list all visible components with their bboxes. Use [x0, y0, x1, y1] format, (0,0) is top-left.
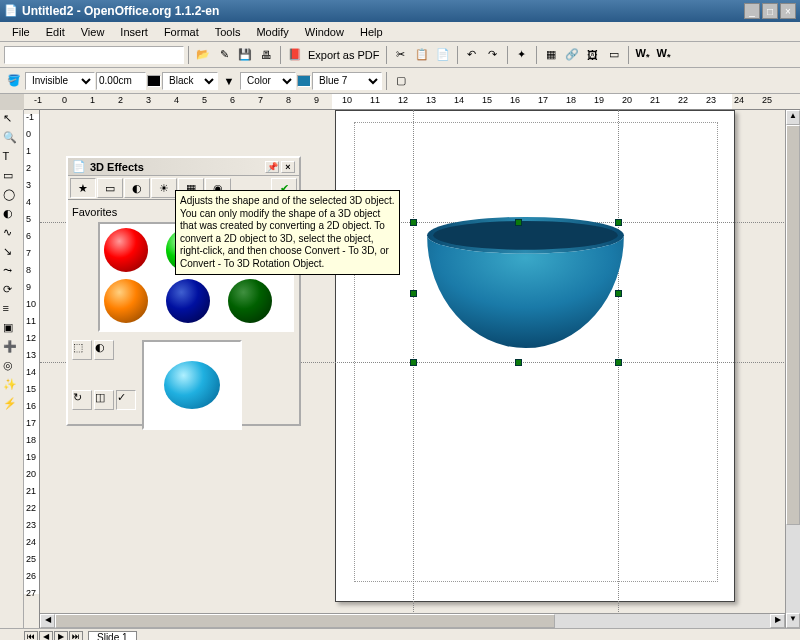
panel-close-button[interactable]: ×: [281, 161, 295, 173]
favorite-orange-icon[interactable]: [104, 279, 148, 323]
last-slide-button[interactable]: ⏭: [69, 631, 83, 641]
rotate-icon[interactable]: ⟳: [3, 283, 21, 301]
favorite-red-icon[interactable]: [104, 228, 148, 272]
ruler-v-tick: 23: [26, 520, 36, 530]
ruler-v-tick: 8: [26, 265, 31, 275]
convert-3d-button[interactable]: ⬚: [72, 340, 92, 360]
panel-pin-button[interactable]: 📌: [265, 161, 279, 173]
open-icon[interactable]: 📂: [193, 45, 213, 65]
menu-tools[interactable]: Tools: [207, 24, 249, 40]
tab-geometry-icon[interactable]: ▭: [97, 178, 123, 198]
menu-window[interactable]: Window: [297, 24, 352, 40]
favorite-dark-green-icon[interactable]: [228, 279, 272, 323]
edit-file-icon[interactable]: ✎: [214, 45, 234, 65]
tab-favorites-icon[interactable]: ★: [70, 178, 96, 198]
align-icon[interactable]: ≡: [3, 302, 21, 320]
tab-illumination-icon[interactable]: ☀: [151, 178, 177, 198]
grid-icon[interactable]: ▦: [541, 45, 561, 65]
3d-object-icon[interactable]: ◐: [3, 207, 21, 225]
line-color-swatch[interactable]: [147, 75, 161, 87]
save-icon[interactable]: 💾: [235, 45, 255, 65]
menu-file[interactable]: File: [4, 24, 38, 40]
menu-edit[interactable]: Edit: [38, 24, 73, 40]
drawing-canvas[interactable]: 📄 3D Effects 📌 × ★ ▭ ◐ ☀ ▦ ◉ ✔ Favorites: [40, 110, 800, 628]
hyperlink-icon[interactable]: 🔗: [562, 45, 582, 65]
export-pdf-button[interactable]: Export as PDF: [306, 49, 382, 61]
fill-color-swatch[interactable]: [297, 75, 311, 87]
line-style-combo[interactable]: Invisible: [25, 72, 95, 90]
handle-br[interactable]: [615, 359, 622, 366]
3d-controller-icon[interactable]: ◎: [3, 359, 21, 377]
handle-bm[interactable]: [515, 359, 522, 366]
horizontal-scrollbar[interactable]: ◀ ▶: [40, 613, 785, 628]
text-icon[interactable]: T: [3, 150, 21, 168]
navigator-icon[interactable]: ✦: [512, 45, 532, 65]
close-button[interactable]: ×: [780, 3, 796, 19]
fill-dropdown-icon[interactable]: ▼: [219, 71, 239, 91]
minimize-button[interactable]: _: [744, 3, 760, 19]
preview-pane: [142, 340, 242, 430]
bold-w2-icon[interactable]: W*: [654, 45, 674, 65]
menu-view[interactable]: View: [73, 24, 113, 40]
paintcan-icon[interactable]: 🪣: [4, 71, 24, 91]
handle-ml[interactable]: [410, 290, 417, 297]
menu-bar: File Edit View Insert Format Tools Modif…: [0, 22, 800, 42]
first-slide-button[interactable]: ⏮: [24, 631, 38, 641]
url-combo[interactable]: [4, 46, 184, 64]
interaction-icon[interactable]: ⚡: [3, 397, 21, 415]
perspective-button[interactable]: ◫: [94, 390, 114, 410]
prev-slide-button[interactable]: ◀: [39, 631, 53, 641]
favorite-dark-blue-icon[interactable]: [166, 279, 210, 323]
3d-bowl-object[interactable]: [423, 216, 628, 351]
horizontal-ruler[interactable]: -101234567891011121314151617181920212223…: [24, 94, 800, 110]
slide-tab[interactable]: Slide 1: [88, 631, 137, 641]
shadow-icon[interactable]: ▢: [391, 71, 411, 91]
handle-mr[interactable]: [615, 290, 622, 297]
panel-titlebar[interactable]: 📄 3D Effects 📌 ×: [68, 158, 299, 176]
fill-name-combo[interactable]: Blue 7: [312, 72, 382, 90]
handle-bl[interactable]: [410, 359, 417, 366]
menu-help[interactable]: Help: [352, 24, 391, 40]
menu-insert[interactable]: Insert: [112, 24, 156, 40]
tab-shading-icon[interactable]: ◐: [124, 178, 150, 198]
arrange2-icon[interactable]: ▣: [3, 321, 21, 339]
ruler-h-tick: 0: [62, 95, 67, 105]
vertical-ruler[interactable]: -101234567891011121314151617181920212223…: [24, 110, 40, 628]
connector-icon[interactable]: ⤳: [3, 264, 21, 282]
print-icon[interactable]: 🖶: [256, 45, 276, 65]
curve-icon[interactable]: ∿: [3, 226, 21, 244]
select-icon[interactable]: ↖: [3, 112, 21, 130]
menu-format[interactable]: Format: [156, 24, 207, 40]
arrange-icon[interactable]: ▭: [604, 45, 624, 65]
maximize-button[interactable]: □: [762, 3, 778, 19]
line-color-combo[interactable]: Black: [162, 72, 218, 90]
ruler-v-tick: 19: [26, 452, 36, 462]
line-width-input[interactable]: [96, 72, 146, 90]
convert-lathe-button[interactable]: ◐: [94, 340, 114, 360]
undo-icon[interactable]: ↶: [462, 45, 482, 65]
bold-w-icon[interactable]: W*: [633, 45, 653, 65]
update-button[interactable]: ↻: [72, 390, 92, 410]
handle-tm[interactable]: [515, 219, 522, 226]
effects-icon[interactable]: ✨: [3, 378, 21, 396]
copy-icon[interactable]: 📋: [412, 45, 432, 65]
handle-tl[interactable]: [410, 219, 417, 226]
zoom-icon[interactable]: 🔍: [3, 131, 21, 149]
handle-tr[interactable]: [615, 219, 622, 226]
cut-icon[interactable]: ✂: [391, 45, 411, 65]
redo-icon[interactable]: ↷: [483, 45, 503, 65]
pdf-icon[interactable]: 📕: [285, 45, 305, 65]
ruler-v-tick: 5: [26, 214, 31, 224]
fill-type-combo[interactable]: Color: [240, 72, 296, 90]
vertical-scrollbar[interactable]: ▲ ▼: [785, 110, 800, 628]
svg-point-1: [433, 221, 618, 250]
gallery-icon[interactable]: 🖼: [583, 45, 603, 65]
ellipse-icon[interactable]: ◯: [3, 188, 21, 206]
next-slide-button[interactable]: ▶: [54, 631, 68, 641]
line-arrow-icon[interactable]: ↘: [3, 245, 21, 263]
insert-icon[interactable]: ➕: [3, 340, 21, 358]
assign-button[interactable]: ✓: [116, 390, 136, 410]
paste-icon[interactable]: 📄: [433, 45, 453, 65]
menu-modify[interactable]: Modify: [248, 24, 296, 40]
rectangle-icon[interactable]: ▭: [3, 169, 21, 187]
